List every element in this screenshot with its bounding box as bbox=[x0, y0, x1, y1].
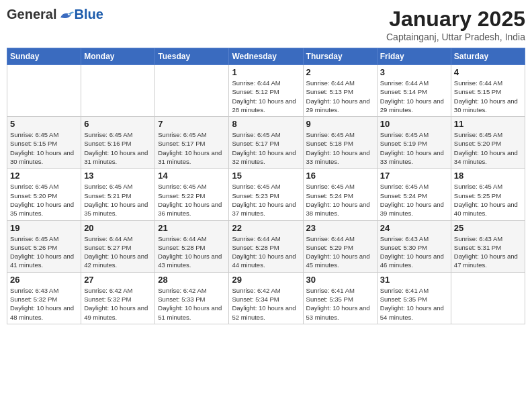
day-info: Sunrise: 6:42 AM Sunset: 5:32 PM Dayligh… bbox=[84, 286, 152, 322]
table-row: 20Sunrise: 6:44 AM Sunset: 5:27 PM Dayli… bbox=[81, 220, 155, 272]
calendar-week-row: 26Sunrise: 6:43 AM Sunset: 5:32 PM Dayli… bbox=[7, 272, 525, 324]
table-row: 15Sunrise: 6:45 AM Sunset: 5:23 PM Dayli… bbox=[229, 169, 303, 220]
table-row: 29Sunrise: 6:42 AM Sunset: 5:34 PM Dayli… bbox=[229, 272, 303, 324]
header-tuesday: Tuesday bbox=[155, 48, 229, 65]
day-info: Sunrise: 6:44 AM Sunset: 5:15 PM Dayligh… bbox=[454, 79, 522, 114]
header-saturday: Saturday bbox=[451, 48, 525, 65]
calendar-week-row: 1Sunrise: 6:44 AM Sunset: 5:12 PM Daylig… bbox=[7, 65, 525, 117]
day-info: Sunrise: 6:44 AM Sunset: 5:14 PM Dayligh… bbox=[380, 79, 448, 114]
day-number: 30 bbox=[306, 275, 374, 285]
table-row: 19Sunrise: 6:45 AM Sunset: 5:26 PM Dayli… bbox=[7, 220, 81, 272]
day-number: 18 bbox=[454, 171, 522, 181]
day-number: 2 bbox=[306, 67, 374, 77]
calendar-table: Sunday Monday Tuesday Wednesday Thursday… bbox=[7, 48, 525, 324]
day-info: Sunrise: 6:45 AM Sunset: 5:25 PM Dayligh… bbox=[454, 182, 522, 218]
day-number: 25 bbox=[454, 223, 522, 233]
table-row: 2Sunrise: 6:44 AM Sunset: 5:13 PM Daylig… bbox=[303, 65, 377, 117]
day-info: Sunrise: 6:45 AM Sunset: 5:26 PM Dayligh… bbox=[10, 234, 78, 270]
table-row: 18Sunrise: 6:45 AM Sunset: 5:25 PM Dayli… bbox=[451, 169, 525, 220]
day-number: 22 bbox=[232, 223, 300, 233]
logo-bird-icon bbox=[58, 8, 74, 21]
day-number: 29 bbox=[232, 275, 300, 285]
day-number: 12 bbox=[10, 171, 78, 181]
table-row bbox=[451, 272, 525, 324]
table-row: 3Sunrise: 6:44 AM Sunset: 5:14 PM Daylig… bbox=[377, 65, 451, 117]
day-info: Sunrise: 6:45 AM Sunset: 5:17 PM Dayligh… bbox=[158, 130, 226, 166]
day-number: 7 bbox=[158, 119, 226, 129]
day-info: Sunrise: 6:43 AM Sunset: 5:32 PM Dayligh… bbox=[10, 286, 78, 322]
day-number: 16 bbox=[306, 171, 374, 181]
table-row: 11Sunrise: 6:45 AM Sunset: 5:20 PM Dayli… bbox=[451, 117, 525, 169]
table-row: 13Sunrise: 6:45 AM Sunset: 5:21 PM Dayli… bbox=[81, 169, 155, 220]
day-info: Sunrise: 6:45 AM Sunset: 5:18 PM Dayligh… bbox=[306, 130, 374, 166]
page-header: General Blue January 2025 Captainganj, U… bbox=[7, 7, 525, 42]
logo-blue-text: Blue bbox=[74, 7, 103, 22]
day-info: Sunrise: 6:45 AM Sunset: 5:16 PM Dayligh… bbox=[84, 130, 152, 166]
day-info: Sunrise: 6:44 AM Sunset: 5:13 PM Dayligh… bbox=[306, 79, 374, 114]
day-number: 15 bbox=[232, 171, 300, 181]
calendar-week-row: 19Sunrise: 6:45 AM Sunset: 5:26 PM Dayli… bbox=[7, 220, 525, 272]
day-number: 3 bbox=[380, 67, 448, 77]
day-number: 13 bbox=[84, 171, 152, 181]
day-number: 8 bbox=[232, 119, 300, 129]
day-info: Sunrise: 6:45 AM Sunset: 5:24 PM Dayligh… bbox=[380, 182, 448, 218]
day-info: Sunrise: 6:45 AM Sunset: 5:20 PM Dayligh… bbox=[10, 182, 78, 218]
table-row: 22Sunrise: 6:44 AM Sunset: 5:28 PM Dayli… bbox=[229, 220, 303, 272]
table-row: 14Sunrise: 6:45 AM Sunset: 5:22 PM Dayli… bbox=[155, 169, 229, 220]
logo-general-text: General bbox=[7, 7, 56, 22]
day-info: Sunrise: 6:43 AM Sunset: 5:31 PM Dayligh… bbox=[454, 234, 522, 270]
table-row: 1Sunrise: 6:44 AM Sunset: 5:12 PM Daylig… bbox=[229, 65, 303, 117]
day-info: Sunrise: 6:45 AM Sunset: 5:15 PM Dayligh… bbox=[10, 130, 78, 166]
day-number: 23 bbox=[306, 223, 374, 233]
day-info: Sunrise: 6:45 AM Sunset: 5:22 PM Dayligh… bbox=[158, 182, 226, 218]
header-wednesday: Wednesday bbox=[229, 48, 303, 65]
table-row: 30Sunrise: 6:41 AM Sunset: 5:35 PM Dayli… bbox=[303, 272, 377, 324]
logo: General Blue bbox=[7, 7, 103, 22]
day-number: 24 bbox=[380, 223, 448, 233]
day-number: 1 bbox=[232, 67, 300, 77]
table-row: 10Sunrise: 6:45 AM Sunset: 5:19 PM Dayli… bbox=[377, 117, 451, 169]
day-number: 10 bbox=[380, 119, 448, 129]
table-row: 26Sunrise: 6:43 AM Sunset: 5:32 PM Dayli… bbox=[7, 272, 81, 324]
table-row: 25Sunrise: 6:43 AM Sunset: 5:31 PM Dayli… bbox=[451, 220, 525, 272]
day-info: Sunrise: 6:45 AM Sunset: 5:19 PM Dayligh… bbox=[380, 130, 448, 166]
day-info: Sunrise: 6:41 AM Sunset: 5:35 PM Dayligh… bbox=[380, 286, 448, 322]
day-info: Sunrise: 6:45 AM Sunset: 5:20 PM Dayligh… bbox=[454, 130, 522, 166]
table-row: 6Sunrise: 6:45 AM Sunset: 5:16 PM Daylig… bbox=[81, 117, 155, 169]
day-info: Sunrise: 6:44 AM Sunset: 5:28 PM Dayligh… bbox=[232, 234, 300, 270]
table-row: 5Sunrise: 6:45 AM Sunset: 5:15 PM Daylig… bbox=[7, 117, 81, 169]
header-sunday: Sunday bbox=[7, 48, 81, 65]
table-row: 12Sunrise: 6:45 AM Sunset: 5:20 PM Dayli… bbox=[7, 169, 81, 220]
table-row bbox=[81, 65, 155, 117]
calendar-week-row: 5Sunrise: 6:45 AM Sunset: 5:15 PM Daylig… bbox=[7, 117, 525, 169]
day-number: 14 bbox=[158, 171, 226, 181]
day-number: 17 bbox=[380, 171, 448, 181]
table-row bbox=[7, 65, 81, 117]
day-number: 21 bbox=[158, 223, 226, 233]
calendar-week-row: 12Sunrise: 6:45 AM Sunset: 5:20 PM Dayli… bbox=[7, 169, 525, 220]
day-info: Sunrise: 6:44 AM Sunset: 5:29 PM Dayligh… bbox=[306, 234, 374, 270]
table-row: 24Sunrise: 6:43 AM Sunset: 5:30 PM Dayli… bbox=[377, 220, 451, 272]
day-info: Sunrise: 6:41 AM Sunset: 5:35 PM Dayligh… bbox=[306, 286, 374, 322]
day-number: 11 bbox=[454, 119, 522, 129]
day-info: Sunrise: 6:42 AM Sunset: 5:33 PM Dayligh… bbox=[158, 286, 226, 322]
header-monday: Monday bbox=[81, 48, 155, 65]
table-row: 28Sunrise: 6:42 AM Sunset: 5:33 PM Dayli… bbox=[155, 272, 229, 324]
location-subtitle: Captainganj, Uttar Pradesh, India bbox=[386, 32, 525, 42]
table-row: 16Sunrise: 6:45 AM Sunset: 5:24 PM Dayli… bbox=[303, 169, 377, 220]
month-title: January 2025 bbox=[386, 7, 525, 32]
day-info: Sunrise: 6:45 AM Sunset: 5:21 PM Dayligh… bbox=[84, 182, 152, 218]
day-info: Sunrise: 6:42 AM Sunset: 5:34 PM Dayligh… bbox=[232, 286, 300, 322]
table-row: 9Sunrise: 6:45 AM Sunset: 5:18 PM Daylig… bbox=[303, 117, 377, 169]
header-friday: Friday bbox=[377, 48, 451, 65]
table-row: 7Sunrise: 6:45 AM Sunset: 5:17 PM Daylig… bbox=[155, 117, 229, 169]
table-row: 4Sunrise: 6:44 AM Sunset: 5:15 PM Daylig… bbox=[451, 65, 525, 117]
day-number: 27 bbox=[84, 275, 152, 285]
title-block: January 2025 Captainganj, Uttar Pradesh,… bbox=[386, 7, 525, 42]
day-number: 4 bbox=[454, 67, 522, 77]
day-info: Sunrise: 6:45 AM Sunset: 5:17 PM Dayligh… bbox=[232, 130, 300, 166]
day-info: Sunrise: 6:44 AM Sunset: 5:12 PM Dayligh… bbox=[232, 79, 300, 114]
calendar-header-row: Sunday Monday Tuesday Wednesday Thursday… bbox=[7, 48, 525, 65]
day-info: Sunrise: 6:44 AM Sunset: 5:28 PM Dayligh… bbox=[158, 234, 226, 270]
table-row bbox=[155, 65, 229, 117]
